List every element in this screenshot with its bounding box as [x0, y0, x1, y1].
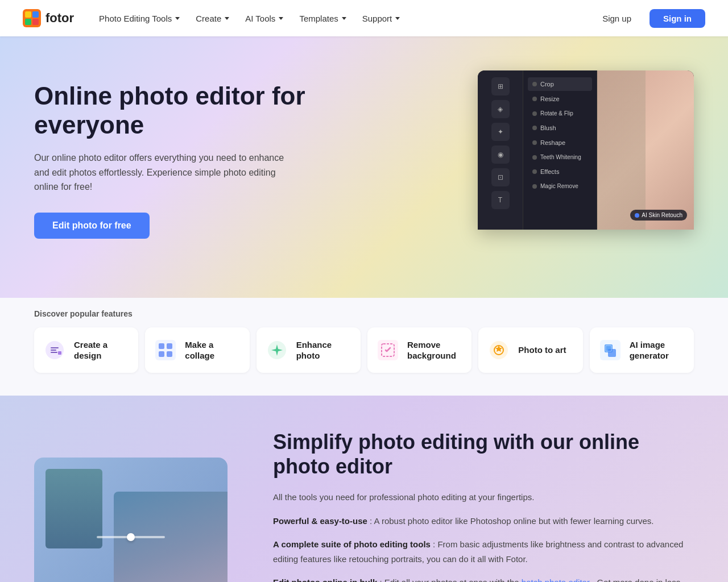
- demo-tree-image: [46, 469, 102, 548]
- lower-point-3-text: : Edit all your photos at once with the: [380, 577, 522, 582]
- feature-card-remove-background[interactable]: Remove background: [367, 327, 471, 373]
- chevron-down-icon: [175, 17, 180, 20]
- lower-point-2: A complete suite of photo editing tools …: [273, 537, 694, 566]
- photo-to-art-label: Photo to art: [518, 344, 566, 356]
- sidebar-icon-face: ◉: [491, 146, 510, 164]
- canvas-face-image: [597, 70, 694, 230]
- hero-image: ⊞ ◈ ✦ ◉ ⊡ T Crop Resize Rotate & Flip: [364, 70, 694, 230]
- hero-description: Our online photo editor offers everythin…: [34, 151, 296, 194]
- nav-templates[interactable]: Templates: [292, 9, 353, 28]
- batch-photo-editor-link[interactable]: batch photo editor: [522, 577, 590, 582]
- hero-section: Online photo editor for everyone Our onl…: [0, 36, 728, 298]
- remove-background-label: Remove background: [407, 339, 462, 361]
- svg-rect-1: [25, 11, 31, 18]
- panel-teeth: Teeth Whitening: [528, 151, 592, 164]
- lower-title: Simplify photo editing with our online p…: [273, 430, 694, 479]
- feature-card-enhance-photo[interactable]: Enhance photo: [257, 327, 361, 373]
- photo-editor-demo: Free 1:1 3:4 16:9: [34, 458, 228, 582]
- editor-panel: Crop Resize Rotate & Flip Blush Reshape: [523, 70, 597, 230]
- svg-rect-2: [32, 11, 39, 18]
- chevron-down-icon: [342, 17, 346, 20]
- panel-magic-remove: Magic Remove: [528, 180, 592, 193]
- navbar: fotor Photo Editing Tools Create AI Tool…: [0, 0, 728, 36]
- signup-button[interactable]: Sign up: [591, 9, 643, 28]
- editor-sidebar: ⊞ ◈ ✦ ◉ ⊡ T: [478, 70, 523, 230]
- ai-skin-retouch-badge: AI Skin Retouch: [630, 210, 687, 221]
- lower-point-1-text: : A robust photo editor like Photoshop o…: [370, 516, 653, 526]
- nav-items: Photo Editing Tools Create AI Tools Temp…: [92, 9, 591, 28]
- lower-point-2-label: A complete suite of photo editing tools: [273, 539, 431, 549]
- create-design-icon: [43, 339, 66, 361]
- panel-rotate: Rotate & Flip: [528, 107, 592, 120]
- sidebar-icon-crop: ⊞: [491, 77, 510, 95]
- ai-image-generator-label: AI image generator: [630, 339, 685, 361]
- svg-rect-10: [159, 351, 164, 357]
- nav-photo-editing[interactable]: Photo Editing Tools: [92, 9, 187, 28]
- discover-label: Discover popular features: [34, 298, 694, 327]
- lower-demo-image: Free 1:1 3:4 16:9: [34, 458, 239, 582]
- panel-dot: [532, 126, 537, 130]
- sidebar-icon-filter: ✦: [491, 123, 510, 141]
- chevron-down-icon: [225, 17, 229, 20]
- feature-card-ai-image-generator[interactable]: AI image generator: [590, 327, 694, 373]
- create-design-label: Create a design: [74, 339, 129, 361]
- ai-badge-icon: [635, 213, 639, 218]
- svg-rect-7: [155, 340, 176, 360]
- panel-crop: Crop: [528, 77, 592, 91]
- photo-to-art-icon: [487, 339, 510, 361]
- lower-text-content: Simplify photo editing with our online p…: [273, 430, 694, 582]
- nav-ai-tools[interactable]: AI Tools: [238, 9, 290, 28]
- hero-title: Online photo editor for everyone: [34, 82, 330, 139]
- lower-section: Free 1:1 3:4 16:9 Simplify photo editing…: [0, 396, 728, 582]
- panel-reshape: Reshape: [528, 136, 592, 149]
- sidebar-icon-text: T: [491, 191, 510, 209]
- signin-button[interactable]: Sign in: [650, 9, 705, 28]
- ai-image-generator-icon: [599, 339, 622, 361]
- svg-rect-19: [608, 349, 616, 357]
- nav-create[interactable]: Create: [189, 9, 236, 28]
- panel-dot: [532, 140, 537, 145]
- svg-rect-9: [167, 343, 172, 349]
- chevron-down-icon: [279, 17, 283, 20]
- hero-cta-button[interactable]: Edit photo for free: [34, 213, 150, 239]
- hero-content: Online photo editor for everyone Our onl…: [34, 70, 330, 239]
- sidebar-icon-adjust: ◈: [491, 100, 510, 118]
- lower-point-1-label: Powerful & easy-to-use: [273, 516, 367, 526]
- demo-slider-thumb[interactable]: [127, 533, 135, 541]
- panel-dot: [532, 155, 537, 160]
- panel-dot: [532, 82, 537, 86]
- fotor-logo-icon: [23, 9, 41, 27]
- brand-name: fotor: [46, 11, 74, 26]
- panel-dot: [532, 111, 537, 116]
- make-collage-icon: [154, 339, 177, 361]
- feature-card-make-collage[interactable]: Make a collage: [145, 327, 249, 373]
- panel-blush: Blush: [528, 121, 592, 135]
- nav-support[interactable]: Support: [355, 9, 407, 28]
- demo-crop-slider[interactable]: [97, 536, 165, 538]
- panel-effects: Effects: [528, 165, 592, 178]
- lower-point-3: Edit photos online in bulk : Edit all yo…: [273, 575, 694, 582]
- svg-rect-3: [25, 19, 31, 25]
- remove-background-icon: [377, 339, 399, 361]
- panel-dot: [532, 184, 537, 189]
- sidebar-icon-beauty: ⊡: [491, 168, 510, 186]
- svg-rect-11: [167, 351, 172, 357]
- feature-card-create-design[interactable]: Create a design: [34, 327, 138, 373]
- lower-point-1: Powerful & easy-to-use : A robust photo …: [273, 514, 694, 529]
- features-grid: Create a design Make a collage: [34, 327, 694, 373]
- demo-background: Free 1:1 3:4 16:9: [34, 458, 228, 582]
- feature-card-photo-to-art[interactable]: Photo to art: [478, 327, 582, 373]
- svg-rect-4: [32, 19, 39, 25]
- panel-resize: Resize: [528, 92, 592, 106]
- svg-rect-6: [58, 351, 61, 355]
- editor-canvas: AI Skin Retouch: [597, 70, 694, 230]
- svg-rect-8: [159, 343, 164, 349]
- logo[interactable]: fotor: [23, 9, 74, 27]
- enhance-photo-icon: [266, 339, 288, 361]
- lower-point-3-label: Edit photos online in bulk: [273, 577, 377, 582]
- make-collage-label: Make a collage: [185, 339, 240, 361]
- chevron-down-icon: [395, 17, 400, 20]
- nav-auth: Sign up Sign in: [591, 9, 705, 28]
- features-section: Discover popular features Create a desig…: [0, 298, 728, 396]
- enhance-photo-label: Enhance photo: [296, 339, 351, 361]
